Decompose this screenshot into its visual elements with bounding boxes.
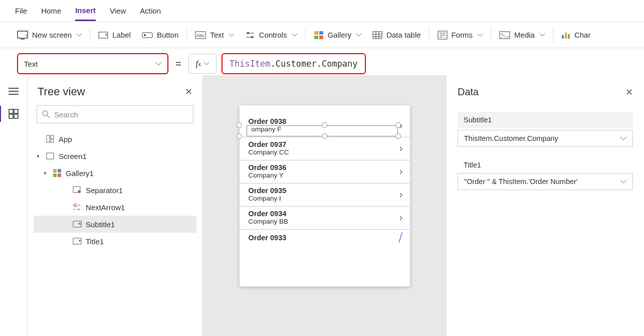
svg-text:Abc: Abc bbox=[196, 33, 204, 38]
svg-line-38 bbox=[47, 115, 50, 118]
property-dropdown[interactable]: Text bbox=[17, 53, 168, 74]
tree-node-title1[interactable]: Title1 bbox=[34, 233, 196, 250]
tree-node-app[interactable]: App bbox=[34, 130, 196, 147]
app-icon bbox=[46, 134, 55, 143]
svg-rect-35 bbox=[14, 109, 18, 113]
tab-home[interactable]: Home bbox=[41, 2, 61, 20]
left-rail bbox=[0, 75, 28, 336]
tab-view[interactable]: View bbox=[110, 2, 126, 20]
svg-text:+: + bbox=[25, 33, 28, 38]
fx-button[interactable]: fx bbox=[188, 54, 217, 74]
tree-view-icon[interactable] bbox=[9, 109, 19, 120]
chevron-down-icon bbox=[77, 34, 82, 37]
svg-point-49 bbox=[74, 204, 77, 207]
gallery-item-title: Order 0936 bbox=[249, 163, 399, 172]
fx-label: fx bbox=[195, 59, 201, 69]
close-icon[interactable]: ✕ bbox=[185, 86, 192, 97]
chevron-right-icon[interactable]: › bbox=[399, 189, 403, 200]
chevron-down-icon bbox=[620, 180, 626, 184]
chevron-down-icon bbox=[620, 137, 626, 140]
app-preview[interactable]: Order 0938 ompany F › Order 0937 Company… bbox=[240, 105, 410, 286]
chevron-right-icon[interactable]: › bbox=[399, 212, 403, 223]
svg-rect-43 bbox=[53, 169, 57, 173]
svg-rect-16 bbox=[373, 32, 382, 39]
media-menu[interactable]: Media bbox=[499, 31, 545, 39]
chevron-right-icon[interactable]: › bbox=[399, 142, 403, 154]
property-value: Text bbox=[24, 60, 38, 68]
tree-node-subtitle1[interactable]: Subtitle1 bbox=[34, 216, 196, 233]
tree: App ▾ Screen1 ▾ Gallery1 Separator1 + Ne… bbox=[34, 130, 196, 250]
button-icon bbox=[142, 31, 153, 40]
tab-action[interactable]: Action bbox=[140, 2, 161, 20]
text-menu[interactable]: Abc Text bbox=[195, 31, 234, 39]
chevron-down-icon bbox=[204, 62, 209, 65]
svg-rect-40 bbox=[51, 135, 54, 138]
tree-node-gallery1[interactable]: ▾ Gallery1 bbox=[34, 164, 196, 182]
gallery-item[interactable]: Order 0937 Company CC › bbox=[240, 137, 410, 160]
menu-bar: File Home Insert View Action bbox=[0, 0, 644, 22]
data-panel-title: Data bbox=[458, 86, 479, 98]
field-value-subtitle1[interactable]: ThisItem.Customer.Company bbox=[458, 130, 633, 147]
gallery-item-title: Order 0938 bbox=[249, 117, 399, 125]
screen-icon: + bbox=[17, 31, 28, 40]
formula-token-rest: .Customer.Company bbox=[271, 59, 358, 69]
gallery-item[interactable]: Order 0935 Company I › bbox=[240, 184, 410, 207]
svg-rect-44 bbox=[58, 169, 61, 173]
gallery-item-subtitle[interactable]: ompany F bbox=[249, 125, 399, 133]
gallery-item-subtitle: Company CC bbox=[249, 148, 399, 156]
tree-label-screen1: Screen1 bbox=[59, 152, 87, 160]
chevron-down-icon bbox=[478, 34, 483, 37]
controls-menu[interactable]: Controls bbox=[245, 31, 297, 39]
hamburger-icon[interactable] bbox=[9, 87, 19, 97]
datatable-button[interactable]: Data table bbox=[372, 31, 420, 39]
tree-view-panel: Tree view ✕ Search App ▾ Screen1 ▾ Galle… bbox=[28, 75, 203, 336]
formula-token-thisitem: ThisItem bbox=[230, 59, 271, 69]
chevron-down-icon bbox=[540, 34, 545, 37]
svg-rect-34 bbox=[9, 114, 13, 118]
resize-handle[interactable] bbox=[395, 133, 401, 139]
svg-point-26 bbox=[501, 33, 503, 35]
gallery-menu[interactable]: Gallery bbox=[314, 31, 362, 40]
tree-view-title: Tree view bbox=[38, 85, 85, 98]
tree-node-screen1[interactable]: ▾ Screen1 bbox=[34, 147, 196, 164]
close-icon[interactable]: ✕ bbox=[625, 87, 633, 98]
tree-node-nextarrow1[interactable]: + NextArrow1 bbox=[34, 199, 196, 216]
resize-handle[interactable] bbox=[237, 133, 242, 139]
svg-point-5 bbox=[144, 34, 146, 36]
tree-search-input[interactable]: Search bbox=[37, 105, 193, 123]
formula-bar: Text = fx ThisItem.Customer.Company bbox=[0, 48, 644, 79]
gallery-item-selected[interactable]: Order 0938 ompany F › bbox=[240, 114, 410, 137]
chevron-down-icon bbox=[292, 34, 297, 37]
equals-sign: = bbox=[175, 58, 181, 70]
formula-input[interactable]: ThisItem.Customer.Company bbox=[222, 53, 366, 74]
tree-node-separator1[interactable]: Separator1 bbox=[34, 182, 196, 199]
svg-rect-13 bbox=[319, 31, 323, 35]
tree-label-title1: Title1 bbox=[86, 237, 104, 246]
new-screen-button[interactable]: + New screen bbox=[17, 31, 82, 40]
separator-icon bbox=[73, 186, 82, 195]
gallery-item-subtitle: Company Y bbox=[249, 172, 399, 179]
resize-handle[interactable] bbox=[237, 122, 242, 128]
gallery-item-title: Order 0937 bbox=[249, 140, 399, 148]
svg-rect-42 bbox=[47, 153, 54, 159]
svg-point-48 bbox=[78, 190, 81, 193]
button-button[interactable]: Button bbox=[142, 31, 178, 40]
resize-handle[interactable] bbox=[322, 133, 327, 139]
tree-label-subtitle1: Subtitle1 bbox=[86, 220, 115, 229]
gallery-item[interactable]: Order 0933 ╲ bbox=[240, 230, 410, 246]
tab-insert[interactable]: Insert bbox=[75, 1, 96, 21]
insert-toolbar: + New screen Label Button Abc Text Contr… bbox=[0, 22, 644, 48]
gallery-item[interactable]: Order 0936 Company Y › bbox=[240, 160, 410, 184]
gallery-item-title: Order 0933 bbox=[249, 234, 398, 242]
label-button[interactable]: Label bbox=[98, 31, 131, 40]
forms-icon bbox=[438, 31, 448, 40]
field-value-title1[interactable]: "Order " & ThisItem.'Order Number' bbox=[458, 173, 633, 190]
charts-menu[interactable]: Char bbox=[561, 31, 591, 39]
gallery-item[interactable]: Order 0934 Company BB › bbox=[240, 207, 410, 230]
nextarrow-icon: + bbox=[73, 203, 82, 212]
forms-menu[interactable]: Forms bbox=[438, 31, 483, 40]
chevron-right-icon[interactable]: › bbox=[399, 165, 403, 177]
canvas[interactable]: Order 0938 ompany F › Order 0937 Company… bbox=[203, 75, 446, 336]
tab-file[interactable]: File bbox=[15, 2, 27, 20]
svg-rect-15 bbox=[319, 36, 323, 39]
